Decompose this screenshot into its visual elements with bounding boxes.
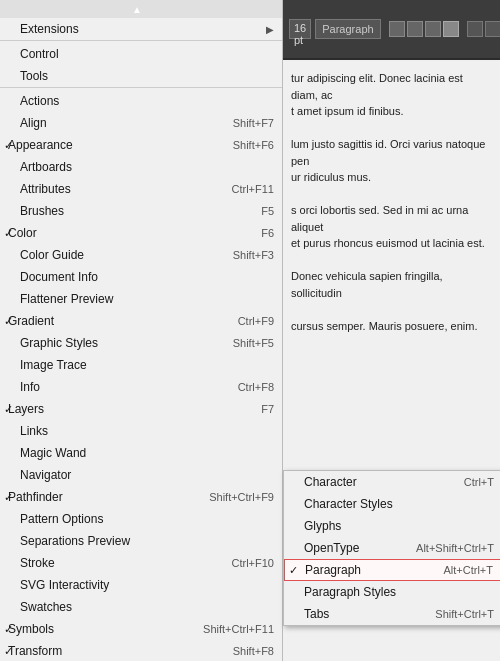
submenu-item-character[interactable]: CharacterCtrl+T <box>284 471 500 493</box>
main-menu: ▲ Extensions▶ControlToolsActionsAlignShi… <box>0 0 283 661</box>
menu-label-appearance: Appearance <box>8 138 213 152</box>
menu-label-document_info: Document Info <box>20 270 274 284</box>
submenu-item-opentype[interactable]: OpenTypeAlt+Shift+Ctrl+T <box>284 537 500 559</box>
check-icon-color: ✓ <box>4 227 13 240</box>
shortcut-info: Ctrl+F8 <box>238 381 274 393</box>
menu-label-artboards: Artboards <box>20 160 274 174</box>
menu-label-extensions: Extensions <box>20 22 266 36</box>
shortcut-attributes: Ctrl+F11 <box>232 183 275 195</box>
menu-item-attributes[interactable]: AttributesCtrl+F11 <box>0 178 282 200</box>
menu-item-svg_interactivity[interactable]: SVG Interactivity <box>0 574 282 596</box>
arrow-right-icon-extensions: ▶ <box>266 24 274 35</box>
menu-label-svg_interactivity: SVG Interactivity <box>20 578 274 592</box>
align-center-icon[interactable] <box>407 21 423 37</box>
submenu-label-glyphs: Glyphs <box>304 519 494 533</box>
check-icon-layers: ✓ <box>4 403 13 416</box>
align-justify-icon[interactable] <box>443 21 459 37</box>
submenu-shortcut-paragraph: Alt+Ctrl+T <box>443 564 493 576</box>
menu-label-transform: Transform <box>8 644 213 658</box>
paragraph-style-label: Paragraph <box>315 19 380 39</box>
toolbar: 16 pt Paragraph <box>283 0 500 58</box>
menu-label-color: Color <box>8 226 241 240</box>
shortcut-gradient: Ctrl+F9 <box>238 315 274 327</box>
menu-label-brushes: Brushes <box>20 204 241 218</box>
shortcut-graphic_styles: Shift+F5 <box>233 337 274 349</box>
menu-label-image_trace: Image Trace <box>20 358 274 372</box>
menu-item-swatches[interactable]: Swatches <box>0 596 282 618</box>
menu-label-stroke: Stroke <box>20 556 212 570</box>
menu-label-gradient: Gradient <box>8 314 218 328</box>
shortcut-appearance: Shift+F6 <box>233 139 274 151</box>
menu-item-actions[interactable]: Actions <box>0 90 282 112</box>
menu-item-gradient[interactable]: ✓GradientCtrl+F9 <box>0 310 282 332</box>
submenu-item-character_styles[interactable]: Character Styles <box>284 493 500 515</box>
submenu-item-paragraph[interactable]: ✓ParagraphAlt+Ctrl+T <box>284 559 500 581</box>
menu-item-layers[interactable]: ✓LayersF7 <box>0 398 282 420</box>
shortcut-pathfinder: Shift+Ctrl+F9 <box>209 491 274 503</box>
menu-item-separations_preview[interactable]: Separations Preview <box>0 530 282 552</box>
menu-item-tools[interactable]: Tools <box>0 65 282 87</box>
check-icon-symbols: ✓ <box>4 623 13 636</box>
menu-label-symbols: Symbols <box>8 622 183 636</box>
option-icon-2[interactable] <box>485 21 500 37</box>
menu-item-brushes[interactable]: BrushesF5 <box>0 200 282 222</box>
submenu-label-paragraph_styles: Paragraph Styles <box>304 585 494 599</box>
menu-item-align[interactable]: AlignShift+F7 <box>0 112 282 134</box>
menu-item-graphic_styles[interactable]: Graphic StylesShift+F5 <box>0 332 282 354</box>
type-submenu: CharacterCtrl+TCharacter StylesGlyphsOpe… <box>283 470 500 626</box>
shortcut-brushes: F5 <box>261 205 274 217</box>
submenu-shortcut-opentype: Alt+Shift+Ctrl+T <box>416 542 494 554</box>
menu-label-layers: Layers <box>8 402 241 416</box>
submenu-label-tabs: Tabs <box>304 607 415 621</box>
menu-label-attributes: Attributes <box>20 182 212 196</box>
menu-item-extensions[interactable]: Extensions▶ <box>0 18 282 40</box>
shortcut-symbols: Shift+Ctrl+F11 <box>203 623 274 635</box>
menu-item-image_trace[interactable]: Image Trace <box>0 354 282 376</box>
menu-item-artboards[interactable]: Artboards <box>0 156 282 178</box>
submenu-item-tabs[interactable]: TabsShift+Ctrl+T <box>284 603 500 625</box>
shortcut-transform: Shift+F8 <box>233 645 274 657</box>
align-left-icon[interactable] <box>389 21 405 37</box>
menu-item-navigator[interactable]: Navigator <box>0 464 282 486</box>
menu-item-document_info[interactable]: Document Info <box>0 266 282 288</box>
menu-label-info: Info <box>20 380 218 394</box>
menu-item-transform[interactable]: ✓TransformShift+F8 <box>0 640 282 661</box>
check-icon-pathfinder: ✓ <box>4 491 13 504</box>
menu-label-links: Links <box>20 424 274 438</box>
submenu-label-opentype: OpenType <box>304 541 396 555</box>
submenu-shortcut-tabs: Shift+Ctrl+T <box>435 608 494 620</box>
menu-label-graphic_styles: Graphic Styles <box>20 336 213 350</box>
submenu-label-character_styles: Character Styles <box>304 497 494 511</box>
menu-scroll-up[interactable]: ▲ <box>0 0 282 18</box>
menu-item-control[interactable]: Control <box>0 43 282 65</box>
check-icon-transform: ✓ <box>4 645 13 658</box>
menu-label-magic_wand: Magic Wand <box>20 446 274 460</box>
menu-item-pattern_options[interactable]: Pattern Options <box>0 508 282 530</box>
submenu-item-glyphs[interactable]: Glyphs <box>284 515 500 537</box>
menu-item-links[interactable]: Links <box>0 420 282 442</box>
menu-item-color_guide[interactable]: Color GuideShift+F3 <box>0 244 282 266</box>
menu-label-separations_preview: Separations Preview <box>20 534 274 548</box>
submenu-item-paragraph_styles[interactable]: Paragraph Styles <box>284 581 500 603</box>
menu-item-symbols[interactable]: ✓SymbolsShift+Ctrl+F11 <box>0 618 282 640</box>
menu-label-navigator: Navigator <box>20 468 274 482</box>
menu-label-flattener_preview: Flattener Preview <box>20 292 274 306</box>
menu-item-pathfinder[interactable]: ✓PathfinderShift+Ctrl+F9 <box>0 486 282 508</box>
menu-label-color_guide: Color Guide <box>20 248 213 262</box>
menu-item-stroke[interactable]: StrokeCtrl+F10 <box>0 552 282 574</box>
align-right-icon[interactable] <box>425 21 441 37</box>
menu-label-pathfinder: Pathfinder <box>8 490 189 504</box>
menu-item-flattener_preview[interactable]: Flattener Preview <box>0 288 282 310</box>
menu-item-appearance[interactable]: ✓AppearanceShift+F6 <box>0 134 282 156</box>
shortcut-stroke: Ctrl+F10 <box>232 557 275 569</box>
shortcut-layers: F7 <box>261 403 274 415</box>
option-icon-1[interactable] <box>467 21 483 37</box>
font-size-select[interactable]: 16 pt <box>289 19 311 39</box>
submenu-label-paragraph: Paragraph <box>305 563 423 577</box>
menu-item-color[interactable]: ✓ColorF6 <box>0 222 282 244</box>
separator-separator2 <box>0 87 282 88</box>
menu-label-actions: Actions <box>20 94 274 108</box>
menu-item-magic_wand[interactable]: Magic Wand <box>0 442 282 464</box>
menu-label-tools: Tools <box>20 69 274 83</box>
menu-item-info[interactable]: InfoCtrl+F8 <box>0 376 282 398</box>
